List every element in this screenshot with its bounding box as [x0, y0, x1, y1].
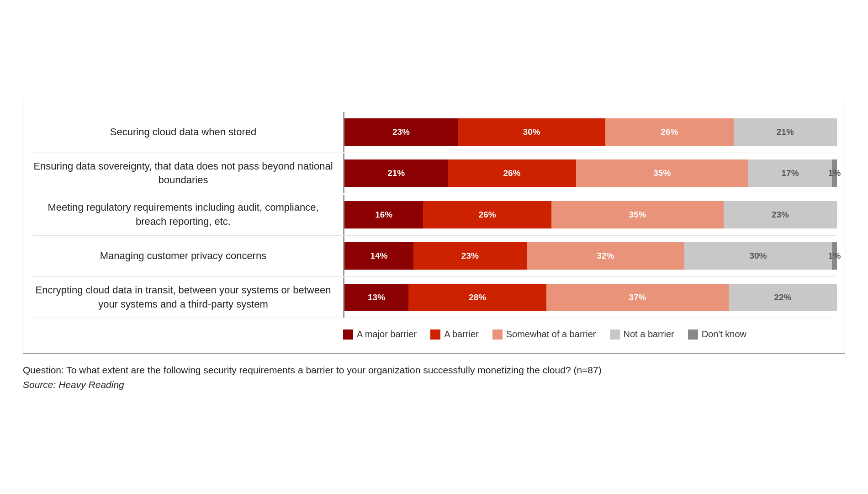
- chart-container: Securing cloud data when stored23%30%26%…: [23, 98, 845, 354]
- legend-swatch-dontknow: [688, 329, 698, 340]
- legend-item-not: Not a barrier: [610, 329, 674, 340]
- bar-segment-not: 17%: [748, 159, 832, 187]
- bar-row: Managing customer privacy concerns14%23%…: [32, 236, 836, 277]
- row-label: Encrypting cloud data in transit, betwee…: [32, 283, 343, 312]
- bars-outer: 23%30%26%21%: [343, 118, 836, 146]
- bar-segment-major: 13%: [344, 284, 408, 311]
- chart-legend: A major barrierA barrierSomewhat of a ba…: [32, 329, 836, 340]
- legend-label-not: Not a barrier: [624, 329, 674, 340]
- bar-row: Securing cloud data when stored23%30%26%…: [32, 112, 836, 153]
- legend-item-somewhat: Somewhat of a barrier: [492, 329, 596, 340]
- legend-swatch-somewhat: [492, 329, 503, 340]
- source-text: Source: Heavy Reading: [23, 377, 845, 392]
- bar-segment-barrier: 26%: [448, 159, 576, 187]
- bar-segment-somewhat: 35%: [576, 159, 748, 187]
- row-label: Ensuring data sovereignty, that data doe…: [32, 159, 343, 188]
- bar-row: Meeting regulatory requirements includin…: [32, 194, 836, 236]
- bar-row: Encrypting cloud data in transit, betwee…: [32, 277, 836, 319]
- bar-segment-not: 22%: [729, 284, 837, 311]
- bar-segment-somewhat: 26%: [605, 118, 733, 146]
- bars-outer: 16%26%35%23%: [343, 201, 836, 228]
- row-label: Managing customer privacy concerns: [32, 249, 343, 263]
- bar-segment-somewhat: 37%: [546, 284, 729, 311]
- legend-label-somewhat: Somewhat of a barrier: [506, 329, 596, 340]
- bar-segment-barrier: 28%: [408, 284, 546, 311]
- bar-segment-somewhat: 32%: [527, 242, 684, 270]
- bar-segment-somewhat: 35%: [551, 201, 724, 228]
- legend-label-major: A major barrier: [357, 329, 417, 340]
- bar-wrapper: 14%23%32%30%1%: [344, 242, 837, 270]
- row-label: Meeting regulatory requirements includin…: [32, 201, 343, 229]
- bar-segment-not: 23%: [724, 201, 837, 228]
- question-body: Question: To what extent are the followi…: [23, 363, 845, 377]
- bar-segment-major: 14%: [344, 242, 413, 270]
- legend-swatch-barrier: [430, 329, 440, 340]
- bar-wrapper: 23%30%26%21%: [344, 118, 837, 146]
- page-wrapper: Securing cloud data when stored23%30%26%…: [18, 89, 850, 406]
- bar-wrapper: 16%26%35%23%: [344, 201, 837, 228]
- bar-segment-major: 21%: [344, 159, 448, 187]
- bar-segment-not: 21%: [734, 118, 837, 146]
- bar-segment-not: 30%: [684, 242, 832, 270]
- legend-label-dontknow: Don't know: [702, 329, 746, 340]
- bar-segment-barrier: 26%: [423, 201, 551, 228]
- chart-area: Securing cloud data when stored23%30%26%…: [32, 112, 836, 319]
- bars-outer: 14%23%32%30%1%: [343, 242, 836, 270]
- legend-item-dontknow: Don't know: [688, 329, 746, 340]
- legend-label-barrier: A barrier: [444, 329, 479, 340]
- legend-swatch-major: [343, 329, 353, 340]
- row-label: Securing cloud data when stored: [32, 125, 343, 139]
- legend-swatch-not: [610, 329, 620, 340]
- bar-segment-major: 16%: [344, 201, 423, 228]
- bar-segment-dontknow: 1%: [832, 159, 837, 187]
- bar-segment-barrier: 23%: [413, 242, 527, 270]
- bar-segment-barrier: 30%: [458, 118, 605, 146]
- bar-segment-dontknow: 1%: [832, 242, 837, 270]
- bar-segment-major: 23%: [344, 118, 458, 146]
- bars-outer: 21%26%35%17%1%: [343, 159, 836, 187]
- bar-row: Ensuring data sovereignty, that data doe…: [32, 153, 836, 195]
- bars-outer: 13%28%37%22%: [343, 284, 836, 311]
- question-text: Question: To what extent are the followi…: [23, 363, 845, 392]
- legend-item-barrier: A barrier: [430, 329, 479, 340]
- legend-item-major: A major barrier: [343, 329, 417, 340]
- bar-wrapper: 13%28%37%22%: [344, 284, 837, 311]
- bar-wrapper: 21%26%35%17%1%: [344, 159, 837, 187]
